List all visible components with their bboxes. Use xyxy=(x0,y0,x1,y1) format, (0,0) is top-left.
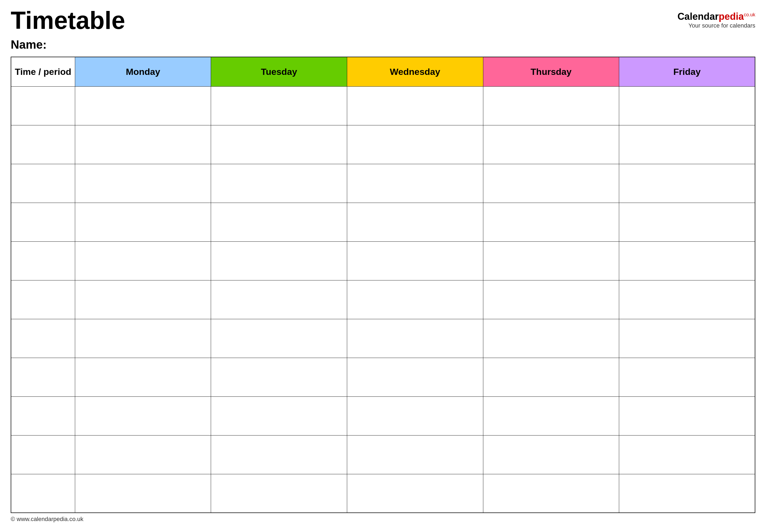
table-cell[interactable] xyxy=(483,280,619,319)
table-row xyxy=(11,241,755,280)
table-cell[interactable] xyxy=(211,125,347,164)
table-cell[interactable] xyxy=(619,396,755,435)
col-header-wednesday: Wednesday xyxy=(347,57,483,86)
col-header-friday: Friday xyxy=(619,57,755,86)
table-cell[interactable] xyxy=(483,241,619,280)
table-cell[interactable] xyxy=(211,396,347,435)
table-row xyxy=(11,86,755,125)
table-cell[interactable] xyxy=(211,203,347,241)
table-cell[interactable] xyxy=(75,319,211,358)
table-cell[interactable] xyxy=(11,358,75,396)
table-cell[interactable] xyxy=(619,280,755,319)
logo-couk: co.uk xyxy=(744,12,755,17)
table-cell[interactable] xyxy=(75,396,211,435)
table-cell[interactable] xyxy=(75,474,211,513)
table-cell[interactable] xyxy=(619,474,755,513)
table-cell[interactable] xyxy=(211,474,347,513)
col-header-monday: Monday xyxy=(75,57,211,86)
table-cell[interactable] xyxy=(11,241,75,280)
table-cell[interactable] xyxy=(211,435,347,474)
table-cell[interactable] xyxy=(347,435,483,474)
table-cell[interactable] xyxy=(483,358,619,396)
table-row xyxy=(11,125,755,164)
table-cell[interactable] xyxy=(75,164,211,203)
table-body xyxy=(11,86,755,513)
table-cell[interactable] xyxy=(11,86,75,125)
table-cell[interactable] xyxy=(11,280,75,319)
table-cell[interactable] xyxy=(347,241,483,280)
table-cell[interactable] xyxy=(75,435,211,474)
table-cell[interactable] xyxy=(11,125,75,164)
timetable: Time / period Monday Tuesday Wednesday T… xyxy=(11,57,755,513)
table-cell[interactable] xyxy=(211,241,347,280)
page-header: Timetable Calendarpediaco.uk Your source… xyxy=(11,8,755,33)
table-cell[interactable] xyxy=(347,358,483,396)
col-header-time: Time / period xyxy=(11,57,75,86)
table-cell[interactable] xyxy=(619,241,755,280)
table-cell[interactable] xyxy=(483,319,619,358)
table-cell[interactable] xyxy=(11,164,75,203)
table-cell[interactable] xyxy=(347,203,483,241)
logo-text: Calendarpediaco.uk xyxy=(678,11,755,22)
table-cell[interactable] xyxy=(75,203,211,241)
table-cell[interactable] xyxy=(619,435,755,474)
col-header-tuesday: Tuesday xyxy=(211,57,347,86)
table-cell[interactable] xyxy=(347,86,483,125)
table-cell[interactable] xyxy=(11,203,75,241)
table-cell[interactable] xyxy=(619,319,755,358)
footer: © www.calendarpedia.co.uk xyxy=(11,516,755,523)
table-cell[interactable] xyxy=(211,358,347,396)
table-cell[interactable] xyxy=(347,474,483,513)
table-cell[interactable] xyxy=(483,86,619,125)
table-cell[interactable] xyxy=(11,396,75,435)
table-cell[interactable] xyxy=(75,125,211,164)
table-cell[interactable] xyxy=(619,358,755,396)
table-row xyxy=(11,435,755,474)
table-cell[interactable] xyxy=(75,241,211,280)
table-cell[interactable] xyxy=(483,125,619,164)
table-cell[interactable] xyxy=(483,164,619,203)
logo-calendar: Calendar xyxy=(678,11,719,22)
table-cell[interactable] xyxy=(75,358,211,396)
table-cell[interactable] xyxy=(11,319,75,358)
col-header-thursday: Thursday xyxy=(483,57,619,86)
table-cell[interactable] xyxy=(483,474,619,513)
logo-tagline: Your source for calendars xyxy=(678,22,755,29)
table-cell[interactable] xyxy=(211,319,347,358)
table-cell[interactable] xyxy=(619,86,755,125)
table-cell[interactable] xyxy=(483,435,619,474)
table-cell[interactable] xyxy=(11,474,75,513)
table-cell[interactable] xyxy=(75,86,211,125)
logo-container: Calendarpediaco.uk Your source for calen… xyxy=(678,8,755,29)
table-row xyxy=(11,164,755,203)
table-cell[interactable] xyxy=(347,125,483,164)
table-row xyxy=(11,319,755,358)
table-cell[interactable] xyxy=(347,164,483,203)
table-cell[interactable] xyxy=(75,280,211,319)
table-cell[interactable] xyxy=(347,280,483,319)
table-header-row: Time / period Monday Tuesday Wednesday T… xyxy=(11,57,755,86)
table-cell[interactable] xyxy=(211,86,347,125)
table-cell[interactable] xyxy=(619,164,755,203)
page-title: Timetable xyxy=(11,8,125,33)
logo-pedia: pedia xyxy=(719,11,744,22)
table-cell[interactable] xyxy=(483,396,619,435)
table-cell[interactable] xyxy=(347,396,483,435)
table-row xyxy=(11,474,755,513)
table-cell[interactable] xyxy=(619,203,755,241)
table-cell[interactable] xyxy=(211,164,347,203)
table-row xyxy=(11,358,755,396)
table-cell[interactable] xyxy=(483,203,619,241)
table-cell[interactable] xyxy=(11,435,75,474)
table-row xyxy=(11,280,755,319)
table-cell[interactable] xyxy=(347,319,483,358)
name-label: Name: xyxy=(11,38,755,51)
table-cell[interactable] xyxy=(619,125,755,164)
table-cell[interactable] xyxy=(211,280,347,319)
table-row xyxy=(11,396,755,435)
table-row xyxy=(11,203,755,241)
footer-url: © www.calendarpedia.co.uk xyxy=(11,516,83,522)
